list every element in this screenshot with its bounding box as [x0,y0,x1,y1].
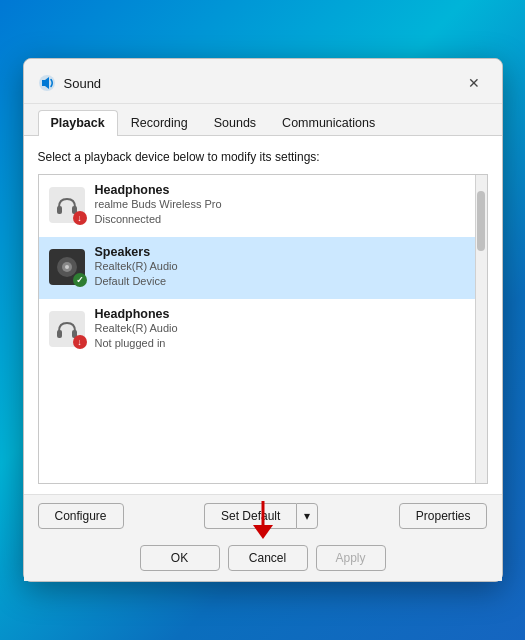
device-sub1-3: Realtek(R) Audio Not plugged in [95,321,477,352]
close-button[interactable]: ✕ [460,69,488,97]
set-default-dropdown[interactable]: ▾ [296,503,318,529]
set-default-button[interactable]: Set Default [204,503,296,529]
title-bar-left: Sound [38,74,102,92]
svg-rect-10 [57,330,62,338]
tab-communications[interactable]: Communications [269,110,388,136]
title-bar: Sound ✕ [24,59,502,104]
sound-title-icon [38,74,56,92]
device-sub1-2: Realtek(R) Audio Default Device [95,259,477,290]
device-icon-wrap-2: ✓ [49,249,85,285]
scrollbar[interactable] [475,175,487,483]
device-item-headphones-realtek[interactable]: ↓ Headphones Realtek(R) Audio Not plugge… [39,299,487,361]
device-item-headphones-wireless[interactable]: ↓ Headphones realme Buds Wireless Pro Di… [39,175,487,237]
tab-content: Select a playback device below to modify… [24,136,502,494]
device-sub1-1: realme Buds Wireless Pro Disconnected [95,197,477,228]
device-icon-wrap-3: ↓ [49,311,85,347]
status-badge-3: ↓ [73,335,87,349]
sound-dialog: Sound ✕ Playback Recording Sounds Commun… [23,58,503,582]
properties-button[interactable]: Properties [399,503,488,529]
device-name-1: Headphones [95,183,477,197]
device-name-3: Headphones [95,307,477,321]
device-icon-wrap-1: ↓ [49,187,85,223]
tab-sounds[interactable]: Sounds [201,110,269,136]
tab-recording[interactable]: Recording [118,110,201,136]
device-list: ↓ Headphones realme Buds Wireless Pro Di… [38,174,488,484]
svg-rect-3 [57,206,62,214]
device-info-1: Headphones realme Buds Wireless Pro Disc… [95,183,477,228]
dialog-title: Sound [64,76,102,91]
scrollbar-thumb [477,191,485,251]
device-info-3: Headphones Realtek(R) Audio Not plugged … [95,307,477,352]
status-badge-1: ↓ [73,211,87,225]
apply-button[interactable]: Apply [316,545,386,571]
device-info-2: Speakers Realtek(R) Audio Default Device [95,245,477,290]
ok-cancel-row: OK Cancel Apply [38,537,488,581]
instruction-text: Select a playback device below to modify… [38,150,488,164]
ok-button[interactable]: OK [140,545,220,571]
set-default-group: Set Default ▾ [204,503,318,529]
device-item-speakers[interactable]: ✓ Speakers Realtek(R) Audio Default Devi… [39,237,487,299]
device-name-2: Speakers [95,245,477,259]
tab-bar: Playback Recording Sounds Communications [24,104,502,136]
action-row: Configure Set Default ▾ Properties [38,503,488,529]
tab-playback[interactable]: Playback [38,110,118,136]
status-badge-2: ✓ [73,273,87,287]
cancel-button[interactable]: Cancel [228,545,308,571]
bottom-area: Configure Set Default ▾ Properties OK Ca… [24,494,502,581]
configure-button[interactable]: Configure [38,503,124,529]
svg-point-8 [65,265,69,269]
